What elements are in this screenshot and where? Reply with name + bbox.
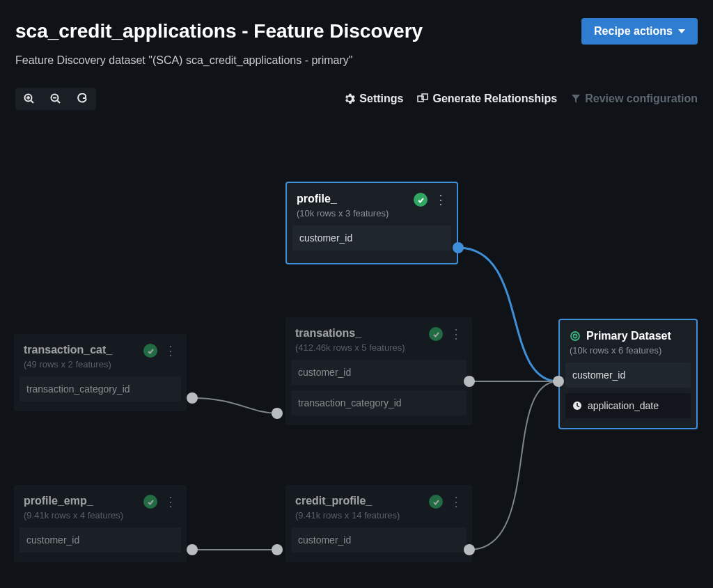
- node-transaction-cat[interactable]: transaction_cat_ (49 rows x 2 features) …: [14, 334, 187, 411]
- feature-row[interactable]: transaction_category_id: [19, 376, 181, 402]
- generate-label: Generate Relationships: [432, 93, 557, 105]
- node-menu-button[interactable]: ⋮: [450, 495, 462, 508]
- node-subtitle: (49 rows x 2 features): [24, 359, 112, 370]
- zoom-in-icon[interactable]: [24, 93, 35, 104]
- feature-label: application_date: [588, 400, 659, 411]
- feature-row[interactable]: customer_id: [565, 363, 691, 388]
- port-connector[interactable]: [453, 242, 464, 253]
- node-credit-profile[interactable]: credit_profile_ (9.41k rows x 14 feature…: [285, 485, 472, 562]
- node-subtitle: (10k rows x 6 features): [570, 345, 671, 356]
- feature-label: customer_id: [298, 367, 351, 378]
- review-configuration-button[interactable]: Review configuration: [571, 93, 698, 105]
- review-label: Review configuration: [585, 93, 698, 105]
- node-menu-button[interactable]: ⋮: [164, 495, 177, 508]
- node-title: transaction_cat_: [24, 344, 112, 356]
- feature-row[interactable]: customer_id: [291, 527, 467, 553]
- node-profile[interactable]: profile_ (10k rows x 3 features) ⋮ custo…: [285, 182, 458, 264]
- node-title: Primary Dataset: [570, 330, 671, 342]
- node-menu-button[interactable]: ⋮: [164, 344, 177, 357]
- node-title: transations_: [295, 327, 405, 340]
- check-icon: [143, 344, 157, 358]
- port-connector[interactable]: [553, 376, 564, 387]
- check-icon: [429, 327, 443, 341]
- feature-label: customer_id: [572, 370, 625, 381]
- page-title: sca_credit_applications - Feature Discov…: [15, 20, 423, 42]
- feature-label: transaction_category_id: [26, 383, 130, 395]
- feature-row[interactable]: customer_id: [19, 527, 181, 553]
- port-connector[interactable]: [464, 544, 475, 555]
- page-subtitle: Feature Discovery dataset "(SCA) sca_cre…: [15, 54, 698, 67]
- recipe-actions-label: Recipe actions: [594, 25, 673, 38]
- feature-row[interactable]: application_date: [565, 393, 691, 418]
- check-icon: [143, 495, 157, 509]
- check-icon: [414, 193, 428, 207]
- port-connector[interactable]: [187, 392, 198, 404]
- node-title: credit_profile_: [295, 495, 400, 507]
- clock-icon: [572, 401, 582, 411]
- node-menu-button[interactable]: ⋮: [450, 328, 462, 340]
- port-connector[interactable]: [272, 544, 283, 555]
- recipe-actions-button[interactable]: Recipe actions: [581, 18, 698, 45]
- feature-row[interactable]: customer_id: [292, 225, 451, 251]
- port-connector[interactable]: [272, 408, 283, 419]
- node-profile-emp[interactable]: profile_emp_ (9.41k rows x 4 features) ⋮…: [14, 485, 187, 562]
- node-subtitle: (10k rows x 3 features): [297, 208, 389, 218]
- generate-relationships-button[interactable]: Generate Relationships: [417, 93, 557, 105]
- feature-row[interactable]: customer_id: [291, 360, 467, 385]
- gear-icon: [344, 93, 355, 104]
- filter-icon: [571, 94, 581, 104]
- node-primary-dataset[interactable]: Primary Dataset (10k rows x 6 features) …: [558, 319, 698, 429]
- svg-rect-3: [422, 94, 428, 100]
- settings-label: Settings: [359, 93, 403, 105]
- node-title: profile_emp_: [24, 495, 123, 507]
- refresh-icon[interactable]: [77, 93, 88, 104]
- chevron-down-icon: [678, 29, 685, 33]
- svg-rect-2: [418, 96, 423, 102]
- feature-label: customer_id: [298, 534, 351, 546]
- zoom-controls: [15, 88, 96, 110]
- node-transations[interactable]: transations_ (412.46k rows x 5 features)…: [285, 317, 472, 425]
- generate-icon: [417, 93, 428, 104]
- node-menu-button[interactable]: ⋮: [434, 193, 447, 206]
- feature-label: customer_id: [26, 534, 79, 546]
- feature-label: customer_id: [299, 232, 352, 244]
- port-connector[interactable]: [187, 544, 198, 555]
- feature-label: transaction_category_id: [298, 397, 402, 408]
- svg-point-5: [574, 335, 577, 338]
- zoom-out-icon[interactable]: [50, 93, 61, 104]
- node-subtitle: (9.41k rows x 4 features): [24, 510, 123, 521]
- settings-button[interactable]: Settings: [344, 93, 403, 105]
- port-connector[interactable]: [464, 376, 475, 387]
- target-icon: [570, 331, 581, 342]
- feature-row[interactable]: transaction_category_id: [291, 390, 467, 415]
- node-title: profile_: [297, 193, 389, 205]
- node-subtitle: (412.46k rows x 5 features): [295, 342, 405, 353]
- svg-point-4: [571, 332, 579, 340]
- check-icon: [429, 495, 443, 509]
- node-subtitle: (9.41k rows x 14 features): [295, 510, 400, 521]
